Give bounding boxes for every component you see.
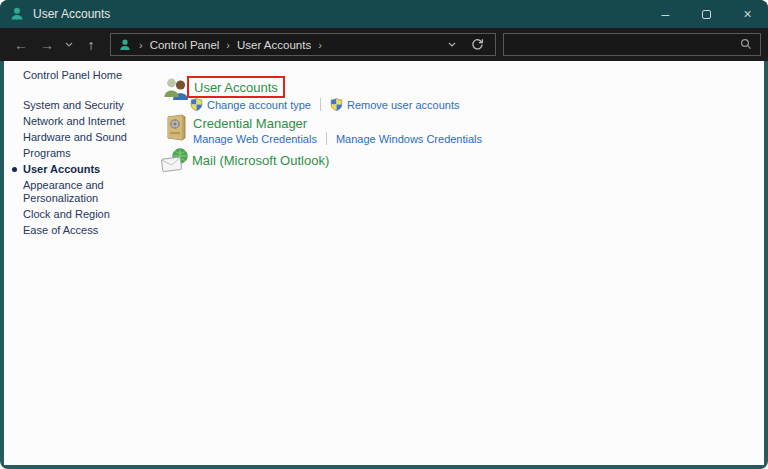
sidebar-item-clock-and-region[interactable]: Clock and Region [23, 208, 160, 221]
manage-web-credentials-link[interactable]: Manage Web Credentials [193, 133, 317, 145]
search-box [503, 33, 761, 56]
content-area: Control Panel Home System and Security N… [4, 61, 764, 465]
close-button[interactable]: × [727, 0, 768, 28]
navigation-bar: ← → ↑ › Control Panel › User Accounts › [0, 28, 768, 61]
credential-manager-icon [166, 114, 187, 141]
sidebar-item-programs[interactable]: Programs [23, 147, 160, 160]
breadcrumb-control-panel[interactable]: Control Panel [150, 39, 220, 51]
breadcrumb-chevron: › [219, 39, 237, 51]
mail-heading[interactable]: Mail (Microsoft Outlook) [192, 153, 329, 168]
chevron-down-icon [65, 42, 73, 47]
control-panel-window: User Accounts – × ← → ↑ › Control Panel … [0, 0, 768, 469]
address-dropdown-button[interactable] [442, 42, 462, 47]
task-label: Manage Web Credentials [193, 133, 317, 145]
uac-shield-icon [190, 98, 203, 111]
sidebar-item-hardware-and-sound[interactable]: Hardware and Sound [23, 131, 160, 144]
minimize-button[interactable]: – [645, 0, 686, 28]
credential-manager-tasks: Manage Web Credentials Manage Windows Cr… [193, 132, 482, 145]
sidebar-item-ease-of-access[interactable]: Ease of Access [23, 224, 160, 237]
recent-pages-dropdown[interactable] [60, 33, 78, 57]
sidebar-item-control-panel-home[interactable]: Control Panel Home [23, 69, 160, 82]
user-accounts-tasks: Change account type Remove user accounts [190, 98, 459, 111]
user-accounts-heading[interactable]: User Accounts [194, 80, 278, 95]
change-account-type-link[interactable]: Change account type [190, 98, 311, 111]
breadcrumb-user-icon [118, 38, 132, 52]
forward-button[interactable]: → [34, 33, 60, 57]
search-icon [740, 38, 752, 50]
maximize-icon [702, 10, 711, 19]
window-controls: – × [645, 0, 768, 28]
breadcrumb-chevron: › [311, 39, 329, 51]
uac-shield-icon [330, 98, 343, 111]
search-input[interactable] [508, 34, 736, 55]
manage-windows-credentials-link[interactable]: Manage Windows Credentials [336, 133, 482, 145]
breadcrumb-user-accounts[interactable]: User Accounts [237, 39, 311, 51]
window-title: User Accounts [33, 7, 110, 21]
back-button[interactable]: ← [8, 33, 34, 57]
active-item-bullet [12, 167, 17, 172]
address-bar[interactable]: › Control Panel › User Accounts › [110, 33, 496, 56]
sidebar-item-network-and-internet[interactable]: Network and Internet [23, 115, 160, 128]
annotation-highlight-box: User Accounts [187, 76, 285, 98]
task-label: Manage Windows Credentials [336, 133, 482, 145]
user-accounts-app-icon [9, 6, 25, 22]
refresh-button[interactable] [466, 38, 488, 51]
chevron-down-icon [448, 42, 456, 47]
refresh-icon [471, 38, 484, 51]
sidebar: Control Panel Home System and Security N… [4, 61, 160, 465]
maximize-button[interactable] [686, 0, 727, 28]
remove-user-accounts-link[interactable]: Remove user accounts [330, 98, 460, 111]
breadcrumb-chevron: › [132, 39, 150, 51]
task-separator [326, 132, 327, 145]
sidebar-item-user-accounts[interactable]: User Accounts [23, 163, 160, 176]
credential-manager-heading[interactable]: Credential Manager [193, 116, 307, 131]
sidebar-item-appearance-and-personalization[interactable]: Appearance and Personalization [23, 179, 127, 205]
mail-icon [161, 147, 189, 173]
user-accounts-icon [163, 77, 190, 102]
sidebar-item-system-and-security[interactable]: System and Security [23, 99, 160, 112]
title-bar: User Accounts – × [0, 0, 768, 28]
task-label: Remove user accounts [347, 99, 460, 111]
task-label: Change account type [207, 99, 311, 111]
task-separator [320, 98, 321, 111]
sidebar-item-label: User Accounts [23, 163, 100, 175]
up-button[interactable]: ↑ [78, 33, 104, 57]
